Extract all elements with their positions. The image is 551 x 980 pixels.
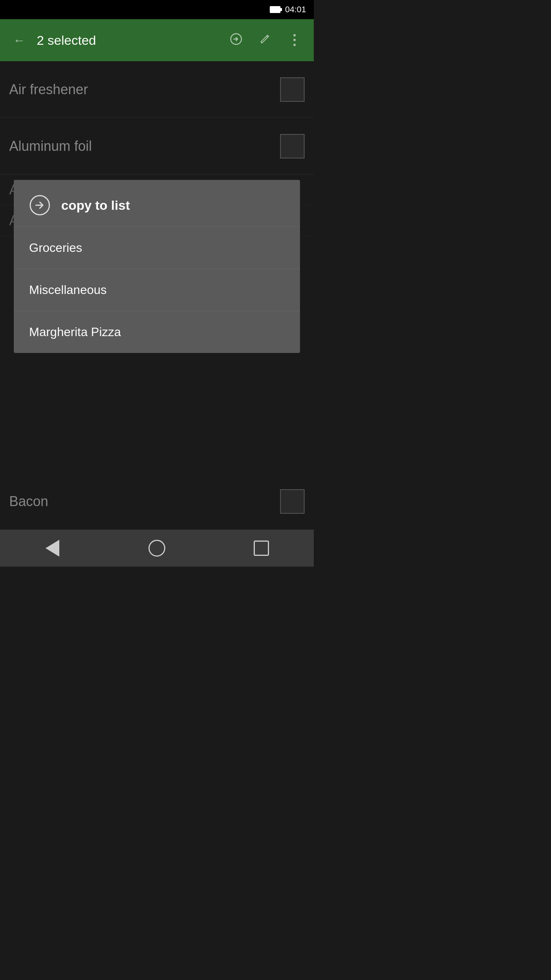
- more-options-icon[interactable]: ⋮: [284, 29, 305, 51]
- nav-back-button[interactable]: [41, 537, 64, 560]
- nav-recents-button[interactable]: [250, 537, 273, 560]
- dialog-copy-icon: [29, 194, 51, 216]
- dialog-header: copy to list: [14, 180, 300, 227]
- back-triangle-icon: [46, 540, 59, 557]
- battery-icon: [270, 6, 280, 13]
- list-option-label: Miscellaneous: [29, 283, 107, 297]
- list-item[interactable]: Air freshener: [0, 61, 314, 118]
- item-checkbox[interactable]: [280, 489, 305, 514]
- list-option-label: Margherita Pizza: [29, 325, 121, 339]
- list-option-margherita-pizza[interactable]: Margherita Pizza: [14, 311, 300, 353]
- status-bar: 04:01: [0, 0, 314, 19]
- nav-bar: [0, 530, 314, 567]
- recents-square-icon: [254, 541, 269, 556]
- selection-count-title: 2 selected: [37, 33, 219, 48]
- list-item[interactable]: Bacon: [0, 473, 314, 530]
- action-bar: ← 2 selected ⋮: [0, 19, 314, 61]
- item-checkbox[interactable]: [280, 77, 305, 102]
- list-option-miscellaneous[interactable]: Miscellaneous: [14, 269, 300, 311]
- action-bar-icons: ⋮: [227, 29, 305, 51]
- item-label: Aluminum foil: [9, 138, 280, 154]
- home-circle-icon: [148, 540, 165, 557]
- item-label: Bacon: [9, 493, 280, 510]
- list-item[interactable]: Aluminum foil: [0, 118, 314, 175]
- edit-icon[interactable]: [256, 30, 274, 51]
- back-button[interactable]: ←: [9, 29, 29, 51]
- list-option-label: Groceries: [29, 241, 82, 255]
- nav-home-button[interactable]: [145, 537, 168, 560]
- status-time: 04:01: [285, 5, 306, 15]
- copy-to-list-icon[interactable]: [227, 30, 245, 51]
- copy-to-list-dialog: copy to list Groceries Miscellaneous Mar…: [14, 180, 300, 353]
- list-option-groceries[interactable]: Groceries: [14, 227, 300, 269]
- item-checkbox[interactable]: [280, 134, 305, 158]
- item-label: Air freshener: [9, 82, 280, 98]
- dialog-title: copy to list: [61, 198, 130, 213]
